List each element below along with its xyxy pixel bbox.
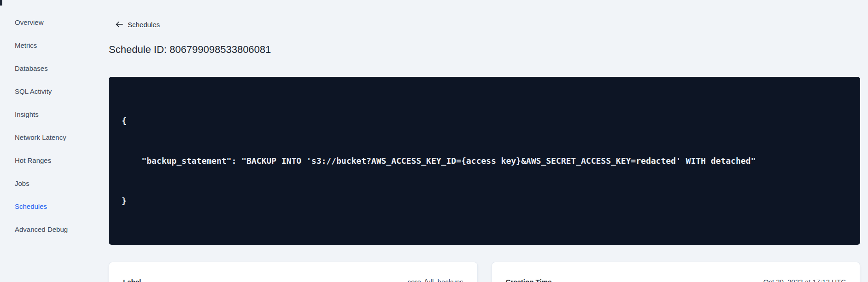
back-to-schedules-link[interactable]: Schedules [116, 20, 160, 29]
row-value: Oct 20, 2022 at 17:12 UTC [763, 278, 846, 282]
sidebar-item-jobs[interactable]: Jobs [0, 172, 94, 195]
row-value: core_full_backups [408, 278, 463, 282]
backup-statement-code-block: { "backup_statement": "BACKUP INTO 's3:/… [109, 77, 860, 245]
detail-row-creation-time: Creation Time Oct 20, 2022 at 17:12 UTC [506, 272, 846, 282]
sidebar-item-metrics[interactable]: Metrics [0, 34, 94, 57]
schedule-summary-card: Label core_full_backups Status ACTIVE St… [109, 262, 478, 282]
back-link-label: Schedules [128, 21, 160, 29]
sidebar-item-insights[interactable]: Insights [0, 103, 94, 126]
sidebar-item-hot-ranges[interactable]: Hot Ranges [0, 149, 94, 172]
schedule-details-page: { "colors": { "page_background": "#f1f4f… [0, 0, 868, 282]
sidebar-item-advanced-debug[interactable]: Advanced Debug [0, 218, 94, 241]
detail-row-label: Label core_full_backups [123, 272, 463, 282]
sidebar-item-sql-activity[interactable]: SQL Activity [0, 80, 94, 103]
sidebar-item-overview[interactable]: Overview [0, 11, 94, 34]
row-label: Creation Time [506, 278, 552, 282]
sidebar-item-databases[interactable]: Databases [0, 57, 94, 80]
back-arrow-icon [116, 21, 123, 28]
row-label: Label [123, 278, 141, 282]
main-content: Schedules Schedule ID: 80679909853380608… [109, 0, 860, 282]
sidebar-item-network-latency[interactable]: Network Latency [0, 126, 94, 149]
detail-cards: Label core_full_backups Status ACTIVE St… [109, 262, 860, 282]
code-line: } [122, 194, 847, 207]
sidebar-item-schedules[interactable]: Schedules [0, 195, 94, 218]
page-title: Schedule ID: 806799098533806081 [109, 43, 860, 56]
schedule-timing-card: Creation Time Oct 20, 2022 at 17:12 UTC … [492, 262, 861, 282]
sidebar-nav: Overview Metrics Databases SQL Activity … [0, 0, 94, 282]
code-line: { [122, 114, 847, 127]
code-line: "backup_statement": "BACKUP INTO 's3://b… [122, 154, 847, 167]
